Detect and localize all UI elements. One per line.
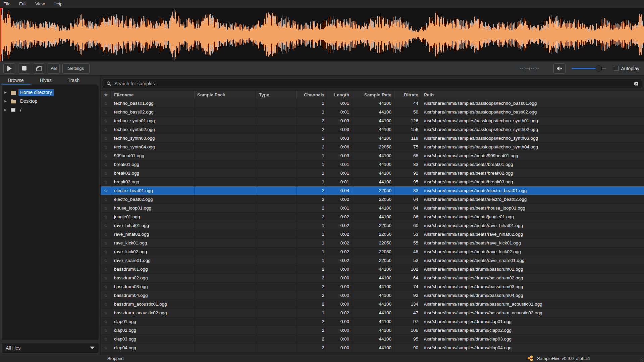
favorite-star-icon[interactable]: ☆: [104, 328, 108, 333]
search-input[interactable]: [114, 81, 632, 86]
favorite-star-icon[interactable]: ☆: [104, 162, 108, 167]
menu-help[interactable]: Help: [53, 1, 62, 6]
favorite-star-icon[interactable]: ☆: [104, 310, 108, 316]
header-type[interactable]: Type: [256, 91, 297, 99]
loop-button[interactable]: [33, 63, 45, 74]
favorite-star-icon[interactable]: ☆: [104, 293, 108, 298]
tab-browse[interactable]: Browse: [0, 76, 32, 85]
header-length[interactable]: Length: [327, 91, 352, 99]
table-row[interactable]: ☆ rave_kick01.ogg 1 0:02 22050 55 /usr/s…: [101, 239, 644, 247]
expand-arrow-icon[interactable]: ▶: [4, 91, 10, 94]
table-row[interactable]: ☆ techno_bass02.ogg 1 0:01 44100 50 /usr…: [101, 108, 644, 117]
favorite-star-icon[interactable]: ☆: [104, 136, 108, 141]
table-row[interactable]: ☆ break01.ogg 1 0:01 44100 83 /usr/share…: [101, 160, 644, 169]
expand-arrow-icon[interactable]: ▶: [4, 99, 10, 103]
table-row[interactable]: ☆ clap01.ogg 2 0:00 44100 97 /usr/share/…: [101, 317, 644, 326]
favorite-star-icon[interactable]: ☆: [104, 118, 108, 124]
header-channels[interactable]: Channels: [297, 91, 327, 99]
volume-slider[interactable]: [572, 68, 606, 69]
favorite-star-icon[interactable]: ☆: [104, 319, 108, 324]
favorite-star-icon[interactable]: ☆: [104, 336, 108, 342]
play-button[interactable]: [3, 63, 15, 74]
favorite-star-icon[interactable]: ☆: [104, 214, 108, 220]
expand-arrow-icon[interactable]: ▶: [4, 108, 10, 111]
table-row[interactable]: ☆ rave_hihat02.ogg 1 0:02 22050 53 /usr/…: [101, 230, 644, 239]
table-row[interactable]: ☆ techno_bass01.ogg 1 0:01 44100 44 /usr…: [101, 99, 644, 108]
table-row[interactable]: ☆ clap03.ogg 2 0:00 44100 95 /usr/share/…: [101, 335, 644, 344]
menu-edit[interactable]: Edit: [19, 1, 26, 6]
table-row[interactable]: ☆ house_loop01.ogg 2 0:01 44100 84 /usr/…: [101, 204, 644, 213]
table-row[interactable]: ☆ bassdrum03.ogg 2 0:00 44100 74 /usr/sh…: [101, 282, 644, 291]
favorite-star-icon[interactable]: ☆: [104, 188, 108, 193]
waveform-panel[interactable]: [0, 8, 644, 61]
favorite-star-icon[interactable]: ☆: [104, 127, 108, 132]
favorite-star-icon[interactable]: ☆: [104, 267, 108, 272]
table-row[interactable]: ☆ rave_snare01.ogg 1 0:02 22050 53 /usr/…: [101, 256, 644, 265]
header-filename[interactable]: Filename: [111, 91, 195, 99]
favorite-star-icon[interactable]: ☆: [104, 223, 108, 228]
table-row[interactable]: ☆ jungle01.ogg 2 0:02 44100 86 /usr/shar…: [101, 213, 644, 221]
table-row[interactable]: ☆ electro_beat02.ogg 2 0:02 22050 64 /us…: [101, 195, 644, 204]
favorite-star-icon[interactable]: ☆: [104, 345, 108, 351]
waveform-canvas[interactable]: [0, 8, 644, 61]
stop-button[interactable]: [18, 63, 30, 74]
favorite-star-icon[interactable]: ☆: [104, 232, 108, 237]
favorite-star-icon[interactable]: ☆: [104, 171, 108, 176]
mute-button[interactable]: [553, 63, 566, 74]
favorite-star-icon[interactable]: ☆: [104, 153, 108, 159]
header-favorite-star-icon[interactable]: ★: [101, 91, 111, 99]
table-row[interactable]: ☆ bassdrum_acoustic02.ogg 1 0:02 44100 4…: [101, 309, 644, 317]
table-row[interactable]: ☆ break03.ogg 1 0:01 44100 95 /usr/share…: [101, 178, 644, 186]
settings-button[interactable]: Settings: [62, 63, 90, 74]
header-sample-rate[interactable]: Sample Rate: [352, 91, 394, 99]
tree-item-desktop[interactable]: ▶ Desktop: [2, 97, 99, 105]
search-bar[interactable]: [103, 79, 642, 88]
table-row[interactable]: ☆ 909beat01.ogg 1 0:03 44100 68 /usr/sha…: [101, 151, 644, 160]
favorite-star-icon[interactable]: ☆: [104, 101, 108, 106]
favorite-star-icon[interactable]: ☆: [104, 179, 108, 185]
table-row[interactable]: ☆ rave_hihat01.ogg 1 0:02 22050 60 /usr/…: [101, 221, 644, 230]
ab-loop-button[interactable]: A-B: [48, 63, 60, 74]
tab-trash[interactable]: Trash: [60, 76, 88, 85]
favorite-star-icon[interactable]: ☆: [104, 275, 108, 281]
playhead-line[interactable]: [0, 8, 1, 61]
file-filter-dropdown[interactable]: All files: [1, 342, 99, 353]
table-row[interactable]: ☆ techno_synth03.ogg 2 0:03 44100 118 /u…: [101, 134, 644, 143]
autoplay-checkbox[interactable]: [614, 66, 619, 71]
clear-search-icon[interactable]: [632, 81, 638, 86]
favorite-star-icon[interactable]: ☆: [104, 249, 108, 255]
header-path[interactable]: Path: [421, 91, 644, 99]
tab-hives[interactable]: Hives: [32, 76, 60, 85]
menu-file[interactable]: File: [3, 1, 10, 6]
table-row[interactable]: ☆ rave_kick02.ogg 1 0:02 22050 48 /usr/s…: [101, 247, 644, 256]
resize-grip[interactable]: [638, 356, 643, 361]
table-row[interactable]: ☆ clap02.ogg 2 0:00 44100 106 /usr/share…: [101, 326, 644, 335]
play-icon: [7, 66, 12, 71]
table-row[interactable]: ☆ bassdrum02.ogg 2 0:00 44100 64 /usr/sh…: [101, 274, 644, 282]
table-row[interactable]: ☆ techno_synth04.ogg 2 0:06 22050 75 /us…: [101, 143, 644, 151]
menu-view[interactable]: View: [35, 1, 45, 6]
table-row[interactable]: ☆ bassdrum01.ogg 2 0:00 44100 102 /usr/s…: [101, 265, 644, 274]
favorite-star-icon[interactable]: ☆: [104, 302, 108, 307]
favorite-star-icon[interactable]: ☆: [104, 284, 108, 289]
volume-slider-handle[interactable]: [595, 65, 602, 72]
table-row[interactable]: ☆ clap04.ogg 2 0:00 44100 90 /usr/share/…: [101, 344, 644, 352]
header-sample-pack[interactable]: Sample Pack: [195, 91, 256, 99]
cell-channels: 2: [297, 213, 327, 221]
cell-filename: bassdrum01.ogg: [111, 265, 195, 273]
table-row[interactable]: ☆ bassdrum_acoustic01.ogg 2 0:00 44100 1…: [101, 300, 644, 309]
favorite-star-icon[interactable]: ☆: [104, 197, 108, 202]
table-row[interactable]: ☆ techno_synth01.ogg 2 0:03 44100 126 /u…: [101, 117, 644, 125]
table-row[interactable]: ☆ electro_beat01.ogg 2 0:04 22050 83 /us…: [101, 186, 644, 195]
favorite-star-icon[interactable]: ☆: [104, 240, 108, 246]
header-bitrate[interactable]: Bitrate: [394, 91, 421, 99]
table-row[interactable]: ☆ break02.ogg 1 0:01 44100 92 /usr/share…: [101, 169, 644, 178]
favorite-star-icon[interactable]: ☆: [104, 144, 108, 150]
favorite-star-icon[interactable]: ☆: [104, 206, 108, 211]
favorite-star-icon[interactable]: ☆: [104, 109, 108, 115]
tree-item-root[interactable]: ▶ /: [2, 105, 99, 114]
table-row[interactable]: ☆ bassdrum04.ogg 2 0:00 44100 92 /usr/sh…: [101, 291, 644, 300]
favorite-star-icon[interactable]: ☆: [104, 258, 108, 263]
tree-item-home-directory[interactable]: ▶ Home directory: [2, 88, 99, 97]
table-row[interactable]: ☆ techno_synth02.ogg 2 0:03 44100 156 /u…: [101, 125, 644, 134]
